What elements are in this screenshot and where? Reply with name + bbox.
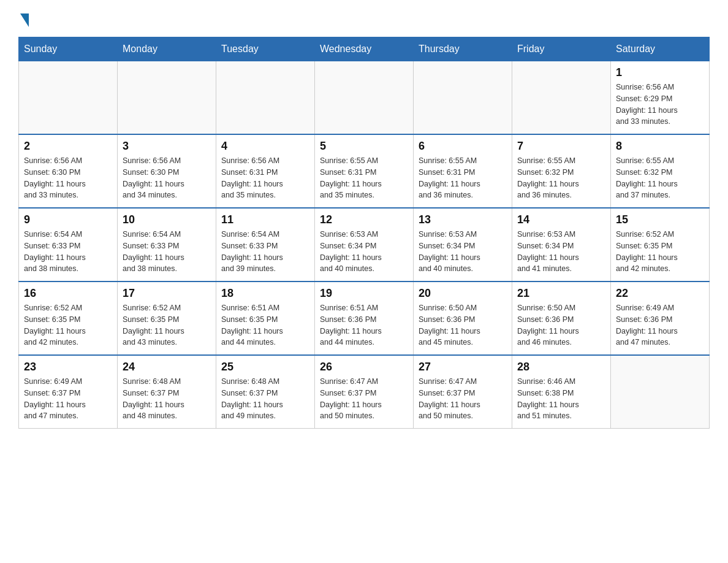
calendar-week-5: 23Sunrise: 6:49 AM Sunset: 6:37 PM Dayli… <box>19 355 710 429</box>
day-number: 24 <box>123 361 211 373</box>
header-day-thursday: Thursday <box>414 37 512 61</box>
calendar-cell: 6Sunrise: 6:55 AM Sunset: 6:31 PM Daylig… <box>414 134 512 208</box>
day-number: 3 <box>123 140 211 153</box>
calendar-cell: 28Sunrise: 6:46 AM Sunset: 6:38 PM Dayli… <box>512 355 611 429</box>
header-day-monday: Monday <box>118 37 216 61</box>
day-info: Sunrise: 6:47 AM Sunset: 6:37 PM Dayligh… <box>419 376 507 422</box>
calendar-cell: 12Sunrise: 6:53 AM Sunset: 6:34 PM Dayli… <box>315 208 414 282</box>
calendar-cell: 13Sunrise: 6:53 AM Sunset: 6:34 PM Dayli… <box>414 208 512 282</box>
day-number: 11 <box>221 213 309 226</box>
page-header <box>18 12 710 25</box>
calendar-cell: 24Sunrise: 6:48 AM Sunset: 6:37 PM Dayli… <box>118 355 216 429</box>
calendar-week-1: 1Sunrise: 6:56 AM Sunset: 6:29 PM Daylig… <box>19 61 710 135</box>
day-number: 28 <box>517 361 605 373</box>
day-number: 15 <box>616 213 704 226</box>
calendar-header-row: SundayMondayTuesdayWednesdayThursdayFrid… <box>19 37 710 61</box>
calendar-cell: 20Sunrise: 6:50 AM Sunset: 6:36 PM Dayli… <box>414 282 512 355</box>
day-info: Sunrise: 6:52 AM Sunset: 6:35 PM Dayligh… <box>123 302 211 348</box>
day-info: Sunrise: 6:55 AM Sunset: 6:32 PM Dayligh… <box>616 155 704 201</box>
logo <box>18 12 29 25</box>
calendar-cell: 17Sunrise: 6:52 AM Sunset: 6:35 PM Dayli… <box>118 282 216 355</box>
calendar-cell: 7Sunrise: 6:55 AM Sunset: 6:32 PM Daylig… <box>512 134 611 208</box>
day-info: Sunrise: 6:52 AM Sunset: 6:35 PM Dayligh… <box>24 302 112 348</box>
day-number: 8 <box>616 140 704 153</box>
calendar-cell: 5Sunrise: 6:55 AM Sunset: 6:31 PM Daylig… <box>315 134 414 208</box>
day-number: 6 <box>419 140 507 153</box>
calendar-cell: 11Sunrise: 6:54 AM Sunset: 6:33 PM Dayli… <box>216 208 315 282</box>
header-day-tuesday: Tuesday <box>216 37 315 61</box>
day-info: Sunrise: 6:56 AM Sunset: 6:29 PM Dayligh… <box>616 82 704 128</box>
calendar-cell: 27Sunrise: 6:47 AM Sunset: 6:37 PM Dayli… <box>414 355 512 429</box>
calendar-cell: 22Sunrise: 6:49 AM Sunset: 6:36 PM Dayli… <box>611 282 710 355</box>
day-number: 26 <box>320 361 408 373</box>
day-info: Sunrise: 6:55 AM Sunset: 6:31 PM Dayligh… <box>419 155 507 201</box>
day-number: 22 <box>616 287 704 300</box>
day-info: Sunrise: 6:49 AM Sunset: 6:37 PM Dayligh… <box>24 376 112 422</box>
day-number: 7 <box>517 140 605 153</box>
day-number: 10 <box>123 213 211 226</box>
calendar-cell: 15Sunrise: 6:52 AM Sunset: 6:35 PM Dayli… <box>611 208 710 282</box>
header-day-friday: Friday <box>512 37 611 61</box>
day-number: 14 <box>517 213 605 226</box>
day-number: 13 <box>419 213 507 226</box>
calendar-week-4: 16Sunrise: 6:52 AM Sunset: 6:35 PM Dayli… <box>19 282 710 355</box>
calendar-cell <box>315 61 414 135</box>
calendar-cell: 19Sunrise: 6:51 AM Sunset: 6:36 PM Dayli… <box>315 282 414 355</box>
calendar-cell: 4Sunrise: 6:56 AM Sunset: 6:31 PM Daylig… <box>216 134 315 208</box>
calendar-cell: 16Sunrise: 6:52 AM Sunset: 6:35 PM Dayli… <box>19 282 118 355</box>
day-number: 17 <box>123 287 211 300</box>
day-number: 2 <box>24 140 112 153</box>
calendar-cell <box>19 61 118 135</box>
day-info: Sunrise: 6:50 AM Sunset: 6:36 PM Dayligh… <box>517 302 605 348</box>
calendar-cell: 9Sunrise: 6:54 AM Sunset: 6:33 PM Daylig… <box>19 208 118 282</box>
day-info: Sunrise: 6:55 AM Sunset: 6:32 PM Dayligh… <box>517 155 605 201</box>
day-info: Sunrise: 6:51 AM Sunset: 6:35 PM Dayligh… <box>221 302 309 348</box>
day-number: 19 <box>320 287 408 300</box>
day-info: Sunrise: 6:47 AM Sunset: 6:37 PM Dayligh… <box>320 376 408 422</box>
logo-arrow-icon <box>20 13 29 27</box>
calendar-cell: 25Sunrise: 6:48 AM Sunset: 6:37 PM Dayli… <box>216 355 315 429</box>
day-number: 21 <box>517 287 605 300</box>
day-info: Sunrise: 6:56 AM Sunset: 6:30 PM Dayligh… <box>123 155 211 201</box>
day-number: 4 <box>221 140 309 153</box>
calendar-cell: 8Sunrise: 6:55 AM Sunset: 6:32 PM Daylig… <box>611 134 710 208</box>
calendar-cell <box>414 61 512 135</box>
calendar-cell: 1Sunrise: 6:56 AM Sunset: 6:29 PM Daylig… <box>611 61 710 135</box>
day-info: Sunrise: 6:54 AM Sunset: 6:33 PM Dayligh… <box>221 229 309 275</box>
day-info: Sunrise: 6:55 AM Sunset: 6:31 PM Dayligh… <box>320 155 408 201</box>
day-number: 16 <box>24 287 112 300</box>
calendar-cell: 3Sunrise: 6:56 AM Sunset: 6:30 PM Daylig… <box>118 134 216 208</box>
calendar-cell <box>611 355 710 429</box>
day-number: 23 <box>24 361 112 373</box>
day-info: Sunrise: 6:56 AM Sunset: 6:30 PM Dayligh… <box>24 155 112 201</box>
day-info: Sunrise: 6:54 AM Sunset: 6:33 PM Dayligh… <box>24 229 112 275</box>
day-number: 20 <box>419 287 507 300</box>
calendar-cell: 21Sunrise: 6:50 AM Sunset: 6:36 PM Dayli… <box>512 282 611 355</box>
day-info: Sunrise: 6:56 AM Sunset: 6:31 PM Dayligh… <box>221 155 309 201</box>
calendar-cell <box>512 61 611 135</box>
day-number: 18 <box>221 287 309 300</box>
day-info: Sunrise: 6:48 AM Sunset: 6:37 PM Dayligh… <box>221 376 309 422</box>
calendar-cell: 23Sunrise: 6:49 AM Sunset: 6:37 PM Dayli… <box>19 355 118 429</box>
day-info: Sunrise: 6:49 AM Sunset: 6:36 PM Dayligh… <box>616 302 704 348</box>
calendar-cell: 2Sunrise: 6:56 AM Sunset: 6:30 PM Daylig… <box>19 134 118 208</box>
day-number: 1 <box>616 66 704 79</box>
day-info: Sunrise: 6:53 AM Sunset: 6:34 PM Dayligh… <box>320 229 408 275</box>
calendar-cell: 10Sunrise: 6:54 AM Sunset: 6:33 PM Dayli… <box>118 208 216 282</box>
calendar-table: SundayMondayTuesdayWednesdayThursdayFrid… <box>18 37 710 429</box>
calendar-cell: 18Sunrise: 6:51 AM Sunset: 6:35 PM Dayli… <box>216 282 315 355</box>
header-day-saturday: Saturday <box>611 37 710 61</box>
calendar-week-2: 2Sunrise: 6:56 AM Sunset: 6:30 PM Daylig… <box>19 134 710 208</box>
day-info: Sunrise: 6:52 AM Sunset: 6:35 PM Dayligh… <box>616 229 704 275</box>
header-day-sunday: Sunday <box>19 37 118 61</box>
calendar-cell: 14Sunrise: 6:53 AM Sunset: 6:34 PM Dayli… <box>512 208 611 282</box>
calendar-week-3: 9Sunrise: 6:54 AM Sunset: 6:33 PM Daylig… <box>19 208 710 282</box>
day-info: Sunrise: 6:53 AM Sunset: 6:34 PM Dayligh… <box>517 229 605 275</box>
day-number: 25 <box>221 361 309 373</box>
day-info: Sunrise: 6:53 AM Sunset: 6:34 PM Dayligh… <box>419 229 507 275</box>
calendar-cell <box>216 61 315 135</box>
day-info: Sunrise: 6:51 AM Sunset: 6:36 PM Dayligh… <box>320 302 408 348</box>
day-info: Sunrise: 6:50 AM Sunset: 6:36 PM Dayligh… <box>419 302 507 348</box>
calendar-cell <box>118 61 216 135</box>
day-info: Sunrise: 6:48 AM Sunset: 6:37 PM Dayligh… <box>123 376 211 422</box>
